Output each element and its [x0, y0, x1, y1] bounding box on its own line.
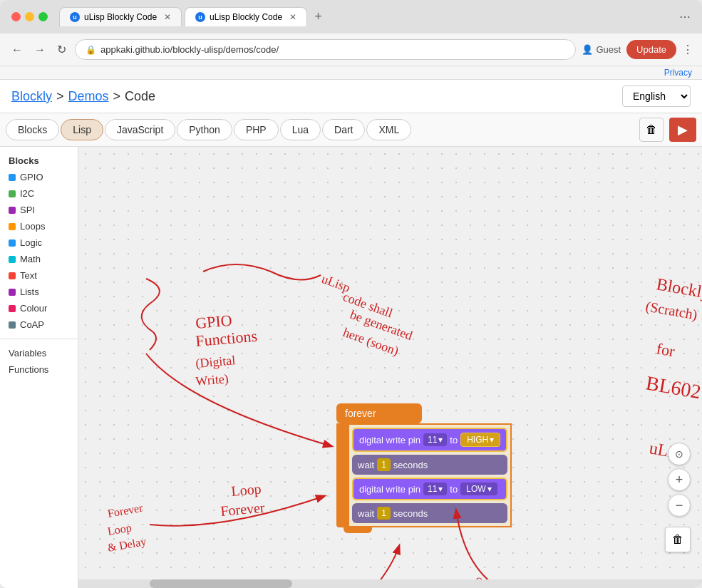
sidebar-item-functions[interactable]: Functions: [0, 361, 78, 378]
i2c-label: I2C: [20, 188, 34, 199]
breadcrumb-blockly[interactable]: Blockly: [11, 89, 52, 104]
tab-php[interactable]: PHP: [234, 119, 279, 140]
close-traffic-light[interactable]: [11, 12, 21, 21]
maximize-traffic-light[interactable]: [38, 12, 48, 21]
svg-text:uLisp: uLisp: [320, 272, 352, 295]
header-right: English Deutsch Français Español: [622, 86, 691, 107]
sidebar-item-i2c[interactable]: I2C: [0, 185, 78, 202]
sidebar-item-variables[interactable]: Variables: [0, 345, 78, 361]
wait2-num[interactable]: 1: [377, 507, 391, 520]
breadcrumb-demos[interactable]: Demos: [68, 89, 109, 104]
new-tab-button[interactable]: +: [310, 9, 326, 24]
dw2-pin-arrow: ▾: [438, 484, 443, 494]
wait1-block[interactable]: wait 1 seconds: [352, 455, 507, 475]
text-color: [9, 272, 16, 279]
dw1-pin-arrow: ▾: [438, 435, 443, 445]
lists-label: Lists: [20, 287, 39, 297]
lists-color: [9, 289, 16, 296]
wait1-num[interactable]: 1: [377, 458, 391, 471]
dw1-value: HIGH: [467, 435, 488, 445]
tab-label-2: uLisp Blockly Code: [210, 12, 282, 22]
svg-text:(Scratch): (Scratch): [644, 298, 698, 323]
guest-button[interactable]: 👤 Guest: [582, 44, 621, 55]
profile-icon: 👤: [582, 44, 593, 55]
lock-icon: 🔒: [86, 45, 96, 55]
tab-icon-1: u: [70, 12, 80, 22]
horizontal-scrollbar[interactable]: [78, 579, 702, 588]
address-bar[interactable]: 🔒 appkaki.github.io/blockly-ulisp/demos/…: [75, 39, 576, 60]
tab-close-1[interactable]: ✕: [164, 12, 171, 22]
minimize-traffic-light[interactable]: [25, 12, 34, 21]
back-button[interactable]: ←: [9, 41, 26, 59]
dw1-to: to: [450, 435, 458, 445]
i2c-color: [9, 190, 16, 197]
breadcrumb: Blockly > Demos > Code: [11, 89, 155, 104]
breadcrumb-sep1: >: [56, 89, 64, 104]
guest-label: Guest: [596, 44, 621, 55]
blockly-canvas[interactable]: forever digital write pin 11: [78, 147, 702, 588]
svg-text:Forever: Forever: [107, 501, 145, 519]
extensions-button[interactable]: ⋯: [679, 10, 691, 24]
reload-button[interactable]: ↻: [54, 40, 69, 59]
loops-label: Loops: [20, 221, 45, 232]
tab-lua[interactable]: Lua: [280, 119, 321, 140]
zoom-in-button[interactable]: +: [668, 468, 691, 491]
language-select[interactable]: English Deutsch Français Español: [622, 86, 691, 107]
zoom-reset-button[interactable]: ⊙: [668, 443, 691, 465]
dw1-value-dropdown[interactable]: HIGH ▾: [460, 433, 500, 447]
svg-text:Blockly: Blockly: [655, 274, 702, 302]
browser-tab-2[interactable]: u uLisp Blockly Code ✕: [185, 7, 307, 26]
loops-color: [9, 223, 16, 230]
privacy-link[interactable]: Privacy: [664, 68, 692, 78]
tab-xml[interactable]: XML: [366, 119, 411, 140]
dw2-pin-dropdown[interactable]: 11 ▾: [423, 483, 447, 495]
sidebar-section-blocks: Blocks: [0, 153, 78, 169]
digital-write-low-block[interactable]: digital write pin 11 ▾ to LOW ▾: [352, 478, 507, 500]
tab-dart[interactable]: Dart: [322, 119, 365, 140]
forever-header: forever: [336, 403, 422, 423]
forward-button[interactable]: →: [31, 41, 48, 59]
spi-color: [9, 207, 16, 214]
tab-javascript[interactable]: JavaScript: [105, 119, 175, 140]
sidebar-item-loops[interactable]: Loops: [0, 218, 78, 234]
wait2-block[interactable]: wait 1 seconds: [352, 503, 507, 523]
sidebar-item-spi[interactable]: SPI: [0, 202, 78, 218]
nav-bar: ← → ↻ 🔒 appkaki.github.io/blockly-ulisp/…: [0, 33, 702, 66]
delete-button[interactable]: 🗑: [639, 118, 664, 142]
tab-lisp[interactable]: Lisp: [61, 119, 103, 140]
browser-tab-bar: u uLisp Blockly Code ✕ u uLisp Blockly C…: [59, 7, 673, 26]
dw1-pin-dropdown[interactable]: 11 ▾: [423, 433, 447, 446]
svg-text:& Delay: & Delay: [107, 535, 148, 555]
sidebar-item-colour[interactable]: Colour: [0, 300, 78, 316]
scrollbar-thumb[interactable]: [150, 579, 292, 588]
svg-text:Forever: Forever: [220, 500, 265, 519]
more-button[interactable]: ⋮: [682, 43, 693, 56]
digital-write-high-block[interactable]: digital write pin 11 ▾ to HIGH ▾: [352, 428, 507, 452]
sidebar-item-coap[interactable]: CoAP: [0, 316, 78, 333]
forever-block[interactable]: forever digital write pin 11: [336, 403, 512, 533]
sidebar-item-gpio[interactable]: GPIO: [0, 169, 78, 185]
sidebar-item-math[interactable]: Math: [0, 251, 78, 267]
tab-blocks[interactable]: Blocks: [6, 119, 59, 140]
traffic-lights: [11, 12, 48, 21]
tab-icon-2: u: [195, 12, 205, 22]
run-button[interactable]: ▶: [669, 118, 696, 142]
browser-tab-1[interactable]: u uLisp Blockly Code ✕: [59, 7, 182, 26]
trash-can[interactable]: 🗑: [665, 527, 691, 552]
sidebar-item-text[interactable]: Text: [0, 267, 78, 284]
dw2-value-arrow: ▾: [487, 484, 492, 494]
dw2-value-dropdown[interactable]: LOW ▾: [460, 483, 497, 495]
wait1-label: wait: [358, 460, 374, 470]
url-text: appkaki.github.io/blockly-ulisp/demos/co…: [100, 44, 279, 55]
tab-actions: 🗑 ▶: [639, 118, 696, 142]
svg-text:(Digital: (Digital: [195, 353, 237, 371]
sidebar-item-logic[interactable]: Logic: [0, 234, 78, 251]
tab-close-2[interactable]: ✕: [289, 12, 296, 22]
trash-icon: 🗑: [672, 533, 683, 546]
app-tabs: Blocks Lisp JavaScript Python PHP Lua Da…: [0, 113, 702, 147]
sidebar-item-lists[interactable]: Lists: [0, 284, 78, 300]
zoom-controls: ⊙ + −: [668, 443, 691, 517]
zoom-out-button[interactable]: −: [668, 494, 691, 517]
update-button[interactable]: Update: [626, 40, 676, 59]
tab-python[interactable]: Python: [177, 119, 232, 140]
